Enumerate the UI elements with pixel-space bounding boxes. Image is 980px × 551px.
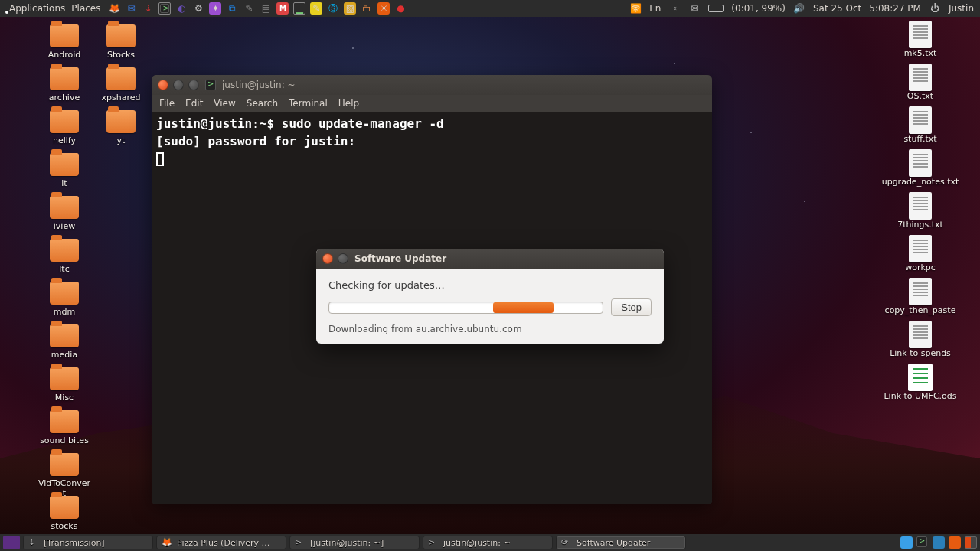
app-icon-purple[interactable]: ✦ [209, 2, 221, 15]
applications-menu[interactable]: Applications [9, 3, 65, 14]
menu-terminal[interactable]: Terminal [289, 98, 328, 109]
files-icon[interactable]: 🗀 [361, 2, 373, 15]
desktop-folder[interactable]: ltc [37, 237, 92, 275]
icon-label: xpshared [102, 93, 141, 103]
icon-label: upgrade_notes.txt [882, 178, 959, 187]
tray-app-icon[interactable] [933, 536, 945, 549]
desktop-folder[interactable]: archive [37, 66, 92, 103]
terminal-icon [205, 80, 216, 90]
tray-app-icon[interactable] [900, 536, 913, 549]
desktop-textfile[interactable]: mk5.txt [874, 21, 966, 59]
terminal-launcher-icon[interactable] [158, 2, 171, 15]
desktop-folder[interactable]: Misc [37, 366, 92, 403]
desktop-textfile[interactable]: stuff.txt [874, 107, 966, 145]
transmission-icon[interactable]: ⇣ [142, 2, 154, 15]
menu-view[interactable]: View [214, 98, 235, 109]
updater-status: Downloading from au.archive.ubuntu.com [328, 324, 652, 334]
clock-time[interactable]: 5:08:27 PM [869, 3, 921, 14]
updater-title: Software Updater [354, 253, 446, 264]
gmail-icon[interactable]: M [276, 2, 289, 15]
bottom-panel: ⇣[Transmission]🦊Pizza Plus (Delivery …>[… [0, 534, 980, 551]
tray-terminal-icon[interactable] [916, 536, 929, 549]
menu-search[interactable]: Search [247, 98, 278, 109]
task-app-icon: ⇣ [28, 537, 39, 548]
desktop-folder[interactable]: Android [37, 23, 92, 60]
desktop-textfile[interactable]: 7things.txt [874, 193, 966, 230]
wifi-icon[interactable]: 🛜 [629, 2, 642, 15]
desktop-folder[interactable]: mdm [37, 280, 92, 318]
settings-icon[interactable]: ⚙ [192, 2, 204, 15]
volume-icon[interactable]: 🔊 [793, 2, 805, 15]
desktop-folder[interactable]: VidToConvert [37, 452, 92, 498]
menu-file[interactable]: File [159, 98, 175, 109]
desktop-textfile[interactable]: Link to spends [874, 321, 966, 359]
desktop-folder[interactable]: it [37, 152, 92, 189]
workspace-switcher-icon[interactable] [965, 536, 977, 549]
close-button[interactable] [322, 253, 333, 264]
desktop-folder[interactable]: hellfy [37, 109, 92, 146]
software-updater-dialog[interactable]: Software Updater Checking for updates… S… [316, 249, 664, 344]
calculator-icon[interactable]: ▤ [260, 2, 272, 15]
power-icon[interactable]: ⏻ [929, 2, 941, 15]
terminal-line: justin@justin:~$ sudo update-manager -d [156, 115, 707, 132]
app-icon-yellow[interactable]: ▧ [344, 2, 356, 15]
keyboard-indicator[interactable]: En [649, 3, 661, 14]
notes-icon[interactable]: ✎ [310, 2, 322, 15]
taskbar-button[interactable]: >[justin@justin: ~] [289, 536, 420, 549]
record-icon[interactable]: ● [394, 2, 407, 15]
tray-app-icon[interactable] [949, 536, 961, 549]
icon-label: stuff.txt [903, 135, 936, 145]
battery-icon[interactable] [708, 5, 724, 12]
monitor-icon[interactable]: ▁ [293, 2, 305, 15]
maximize-button[interactable] [188, 80, 199, 90]
places-menu[interactable]: Places [71, 3, 100, 14]
icon-label: mk5.txt [904, 49, 937, 59]
clock-date[interactable]: Sat 25 Oct [813, 3, 861, 14]
desktop-folder[interactable]: media [37, 323, 92, 360]
taskbar-button[interactable]: >justin@justin: ~ [423, 536, 553, 549]
icon-label: it [61, 179, 67, 189]
bluetooth-icon[interactable]: ᚼ [668, 2, 681, 15]
desktop-folder[interactable]: Stocks [93, 23, 149, 60]
desktop-folder[interactable]: sound bites [37, 409, 92, 446]
minimize-button[interactable] [173, 80, 184, 90]
close-button[interactable] [158, 80, 168, 90]
skype-icon[interactable]: Ⓢ [327, 2, 339, 15]
desktop-textfile[interactable]: OS.txt [874, 64, 966, 102]
editor-icon[interactable]: ✎ [243, 2, 255, 15]
minimize-button[interactable] [338, 253, 348, 264]
panel-indicators: 🛜 En ᚼ ✉ (0:01, 99%) 🔊 Sat 25 Oct 5:08:2… [629, 2, 977, 15]
menu-help[interactable]: Help [338, 98, 359, 109]
updater-heading: Checking for updates… [328, 279, 652, 291]
mail-indicator-icon[interactable]: ✉ [688, 2, 701, 15]
taskbar-button[interactable]: 🦊Pizza Plus (Delivery … [156, 536, 286, 549]
top-panel: Applications Places 🦊 ✉ ⇣ ◐ ⚙ ✦ ⧉ ✎ ▤ M … [0, 0, 980, 17]
thunderbird-icon[interactable]: ✉ [125, 2, 137, 15]
firefox-icon[interactable]: 🦊 [108, 2, 120, 15]
task-label: justin@justin: ~ [443, 538, 511, 548]
desktop-textfile[interactable]: workpc [874, 236, 966, 273]
user-menu[interactable]: Justin [949, 3, 974, 14]
updater-titlebar[interactable]: Software Updater [316, 249, 664, 269]
desktop-folder[interactable]: yt [93, 109, 149, 146]
task-label: [justin@justin: ~] [310, 538, 384, 548]
desktop-folder[interactable]: xpshared [93, 66, 149, 103]
menu-edit[interactable]: Edit [185, 98, 203, 109]
show-desktop-button[interactable] [3, 536, 20, 549]
desktop-folder[interactable]: iview [37, 194, 92, 232]
eclipse-icon[interactable]: ◐ [175, 2, 188, 15]
terminal-titlebar[interactable]: justin@justin: ~ [152, 75, 712, 95]
task-label: [Transmission] [44, 538, 105, 548]
desktop-folder[interactable]: stocks [37, 494, 92, 532]
icon-label: Link to spends [890, 349, 951, 359]
taskbar-button[interactable]: ⟳Software Updater [556, 536, 686, 549]
stop-button[interactable]: Stop [611, 298, 652, 316]
icon-label: Stocks [107, 51, 135, 60]
app-icon-orange[interactable]: ☀ [377, 2, 390, 15]
desktop-spreadsheet[interactable]: Link to UMFC.ods [874, 364, 966, 402]
desktop-textfile[interactable]: copy_then_paste [874, 279, 966, 316]
dropbox-icon[interactable]: ⧉ [226, 2, 238, 15]
taskbar-button[interactable]: ⇣[Transmission] [23, 536, 153, 549]
icon-label: 7things.txt [897, 220, 943, 230]
desktop-textfile[interactable]: upgrade_notes.txt [874, 150, 966, 187]
